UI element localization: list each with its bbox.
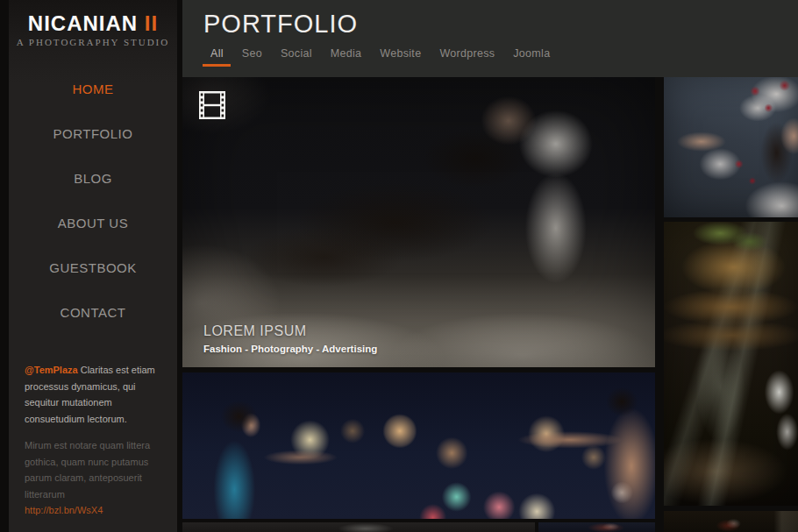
filter-media[interactable]: Media bbox=[331, 47, 362, 67]
sidebar-item-blog[interactable]: BLOG bbox=[9, 156, 177, 201]
portfolio-item-featured[interactable]: LOREM IPSUM Fashion - Photography - Adve… bbox=[182, 77, 655, 367]
sidebar-about-block: @TemPlaza Claritas est etiam processus d… bbox=[25, 362, 160, 532]
sidebar-item-contact[interactable]: CONTACT bbox=[9, 290, 177, 335]
filter-social[interactable]: Social bbox=[281, 47, 312, 67]
portfolio-item-floral-model[interactable] bbox=[664, 77, 798, 217]
portfolio-item-partial-left[interactable] bbox=[182, 522, 535, 532]
filter-joomla[interactable]: Joomla bbox=[513, 47, 550, 67]
templaza-handle[interactable]: @TemPlaza bbox=[25, 365, 78, 375]
featured-tags: Fashion - Photography - Advertising bbox=[203, 344, 377, 354]
portfolio-item-opera-ruins[interactable] bbox=[664, 222, 798, 506]
logo-title: NICANIAN II bbox=[9, 12, 177, 35]
filter-all[interactable]: All bbox=[210, 47, 224, 67]
site-logo[interactable]: NICANIAN II A PHOTOGRAPHY STUDIO bbox=[9, 0, 177, 47]
sidebar-item-guestbook[interactable]: GUESTBOOK bbox=[9, 245, 177, 290]
sidebar-nav: HOME PORTFOLIO BLOG ABOUT US GUESTBOOK C… bbox=[9, 67, 177, 335]
filter-wordpress[interactable]: Wordpress bbox=[439, 47, 495, 67]
filter-seo[interactable]: Seo bbox=[242, 47, 262, 67]
featured-caption: LOREM IPSUM Fashion - Photography - Adve… bbox=[203, 323, 377, 354]
about-note-text: Mirum est notare quam littera gothica, q… bbox=[25, 437, 160, 502]
featured-title: LOREM IPSUM bbox=[203, 323, 377, 339]
filter-website[interactable]: Website bbox=[380, 47, 421, 67]
portfolio-filter-bar: All Seo Social Media Website Wordpress J… bbox=[210, 47, 550, 67]
sidebar: NICANIAN II A PHOTOGRAPHY STUDIO HOME PO… bbox=[9, 0, 177, 532]
portfolio-item-partial-mid[interactable] bbox=[538, 522, 655, 532]
portfolio-header: PORTFOLIO All Seo Social Media Website W… bbox=[182, 0, 798, 77]
sidebar-item-portfolio[interactable]: PORTFOLIO bbox=[9, 111, 177, 156]
short-url-link[interactable]: http://bzl.bn/WsX4 bbox=[25, 502, 160, 519]
sidebar-item-home[interactable]: HOME bbox=[9, 67, 177, 111]
portfolio-item-bokeh-couple[interactable] bbox=[182, 372, 655, 519]
logo-suffix: II bbox=[145, 11, 158, 35]
logo-name: NICANIAN bbox=[28, 11, 138, 35]
logo-tagline: A PHOTOGRAPHY STUDIO bbox=[9, 37, 177, 47]
sidebar-item-about-us[interactable]: ABOUT US bbox=[9, 201, 177, 245]
page-title: PORTFOLIO bbox=[203, 10, 358, 39]
portfolio-item-partial-right[interactable] bbox=[664, 511, 798, 532]
film-strip-icon bbox=[198, 91, 226, 119]
